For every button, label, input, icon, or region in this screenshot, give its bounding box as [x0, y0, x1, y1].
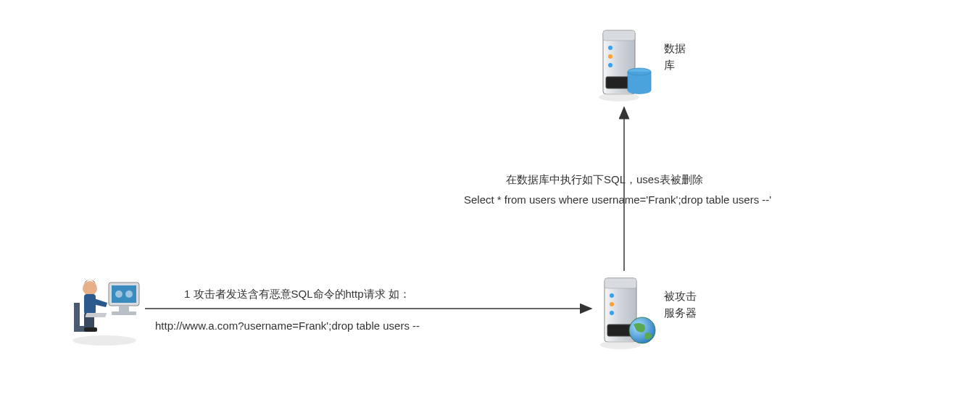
- arrow2-label-bottom: Select * from users where username='Fran…: [464, 190, 771, 209]
- database-label-line1: 数据: [664, 41, 686, 57]
- arrow2-label-top: 在数据库中执行如下SQL，uses表被删除: [506, 170, 703, 189]
- arrow1-label-bottom: http://www.a.com?username=Frank';drop ta…: [155, 316, 420, 335]
- svg-rect-21: [74, 303, 80, 329]
- svg-point-13: [610, 293, 614, 298]
- svg-point-14: [610, 302, 614, 306]
- svg-point-23: [83, 281, 97, 296]
- server-label-line1: 被攻击: [664, 288, 697, 305]
- attacked-server-icon: [597, 272, 657, 356]
- svg-point-6: [599, 93, 639, 101]
- svg-point-30: [125, 290, 133, 298]
- svg-point-17: [600, 340, 641, 349]
- svg-point-15: [610, 311, 614, 315]
- svg-point-29: [115, 290, 122, 298]
- server-label-line2: 服务器: [664, 305, 697, 322]
- database-label: 数据 库: [664, 41, 686, 73]
- svg-rect-32: [112, 311, 136, 315]
- svg-rect-26: [84, 327, 97, 332]
- svg-rect-33: [85, 313, 107, 317]
- svg-rect-1: [603, 30, 635, 41]
- svg-rect-12: [605, 278, 636, 288]
- database-label-line2: 库: [664, 57, 686, 74]
- svg-point-4: [608, 63, 612, 67]
- svg-point-9: [628, 87, 651, 94]
- database-server-icon: [596, 25, 654, 106]
- svg-point-20: [72, 335, 136, 346]
- attacked-server-label: 被攻击 服务器: [664, 288, 697, 321]
- svg-point-2: [608, 46, 612, 50]
- attacker-user-icon: [68, 268, 148, 350]
- arrow1-label-top: 1 攻击者发送含有恶意SQL命令的http请求 如：: [184, 284, 410, 304]
- svg-point-3: [608, 54, 612, 59]
